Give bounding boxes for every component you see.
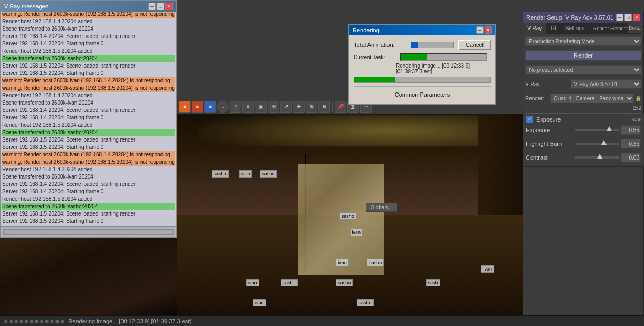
exposure-slider-thumb[interactable] [607,126,612,131]
user-label: sasho [367,259,384,266]
detail-label: Deta... [628,23,643,33]
highlight-value[interactable]: 0.35 [621,139,641,148]
message-line: warning: Render host 2600k-ivan (192.168… [2,77,175,85]
vfb-btn-4[interactable]: □ [230,101,241,113]
vfb-btn-2[interactable]: ■ [192,101,203,113]
statusbar-text: Rendering image... [00:12:33.9] [01:39:3… [68,318,191,324]
tab-gi[interactable]: GI [546,23,561,34]
user-label: sasho [212,170,229,178]
globals-button[interactable]: Globals... [366,203,397,212]
status-bar: ■ ■ ■ ■ ■ ■ ■ ■ ■ ■ ■ ■ Rendering image.… [0,315,644,326]
message-line: warning: Render host 2600k-sasho (192.16… [2,12,175,18]
highlight-slider-thumb[interactable] [601,140,607,145]
rendering-dialog-controls[interactable]: ─ ✕ [476,26,492,34]
message-line: Server 192.168.1.4.20204: Starting frame… [2,40,175,48]
viewport-thumbnail [0,227,177,315]
exposure-value[interactable]: 0.55 [621,125,641,135]
close-button[interactable]: ✕ [165,3,173,10]
setup-separator-2 [525,91,641,91]
dialog-separator [354,86,491,87]
user-label: sasho [260,170,277,178]
minimize-button[interactable]: ─ [148,3,156,10]
rendering-dialog-title[interactable]: Rendering ─ ✕ [349,25,495,35]
vray-messages-title-bar[interactable]: V-Ray messages ─ □ ✕ [1,1,176,12]
vray-setup-title-text: Render Setup: V-Ray Adv 3.57.01 [526,14,613,21]
vfb-btn-3[interactable]: ■ [204,101,216,113]
vray-setup-minimize[interactable]: ─ [616,14,623,21]
message-line: Scene transferred to 2600k-ivan:20204 [2,25,175,33]
render-button[interactable]: Render [525,50,641,61]
contrast-slider-thumb[interactable] [597,154,602,159]
total-animation-label: Total Animation: [354,42,406,48]
message-line: Scene transferred to 2600k-sasho:20204 [2,129,175,136]
vfb-btn-1[interactable]: ■ [179,101,191,113]
vfb-btn-pin[interactable]: 📌 [335,101,346,113]
contrast-slider-track[interactable] [575,156,619,159]
vfb-btn-5[interactable]: ≡ [242,101,254,113]
user-label: ivan [246,279,259,286]
vray-messages-scrollbar-bottom[interactable] [1,226,176,237]
vray-setup-title-bar[interactable]: Render Setup: V-Ray Adv 3.57.01 ─ □ ✕ [523,12,643,23]
contrast-value[interactable]: 0.00 [621,153,641,162]
message-line: warning: Render host 2600k-ivan (192.168… [2,151,175,159]
preset-dropdown[interactable]: No preset selected [525,65,641,74]
horizontal-scrollbar[interactable] [3,229,174,235]
tab-vray[interactable]: V-Ray [523,23,546,34]
message-line: Server 192.168.1.4.20204: Scene loaded; … [2,181,175,188]
exposure-slider-label: Exposure [526,127,573,133]
rendering-close[interactable]: ✕ [485,26,492,34]
highlight-slider-track[interactable] [575,143,619,145]
vray-messages-content: Server 192.168.1.2.20204: Scene loaded; … [1,12,176,226]
tab-settings[interactable]: Settings [561,23,589,34]
message-line: Render host 192.168.1.5.20204 added [2,195,175,203]
render-button-row[interactable]: Render [525,48,641,63]
vray-setup-panel: Render Setup: V-Ray Adv 3.57.01 ─ □ ✕ De… [523,12,644,323]
cancel-button[interactable]: Cancel [458,40,491,50]
vfb-btn-circle[interactable]: ○ [217,101,229,113]
vfb-btn-8[interactable]: ↗ [280,101,292,113]
vfb-btn-10[interactable]: ⊕ [306,101,317,113]
vfb-btn-11[interactable]: ≋ [318,101,330,113]
highlight-slider-row: Highlight Burn 0.35 [526,138,641,150]
maximize-button[interactable]: □ [157,3,164,10]
current-task-fill [401,54,427,60]
message-line: Server 192.168.1.5.20204: Starting frame… [2,70,175,77]
production-mode-dropdown[interactable]: Production Rendering Mode [525,36,641,46]
vray-messages-controls[interactable]: ─ □ ✕ [148,3,173,10]
camera-dropdown[interactable]: Quad 4 - Camera - Panorama [550,94,634,103]
overall-progress [354,77,491,83]
common-params-label[interactable]: Common Parameters [354,89,491,100]
current-task-label: Current Task: [354,54,396,60]
user-label: ivan [253,299,266,306]
vray-setup-controls[interactable]: ─ □ ✕ [616,14,640,21]
thumbnail-image [0,228,177,315]
exposure-checkbox[interactable]: ✓ [526,116,533,123]
vfb-btn-7[interactable]: ⊞ [268,101,279,113]
message-line: Server 192.168.1.5.20204: Scene loaded; … [2,62,175,70]
message-line: Scene transferred to 2600k-ivan:20204 [2,173,175,181]
vray-version-dropdown[interactable]: V-Ray Adv 3.57.01 [571,79,641,89]
vfb-btn-9[interactable]: ✚ [293,101,305,113]
vfb-btn-6[interactable]: ▣ [255,101,267,113]
current-task-text: Rendering image... [00:12:33.9] [01:39:3… [354,63,491,74]
vray-setup-maximize[interactable]: □ [624,14,632,21]
resolution-label: 2x2 [633,105,641,111]
rendering-minimize[interactable]: ─ [476,26,484,34]
render-light-sparkle [198,115,517,146]
rendering-dialog: Rendering ─ ✕ Total Animation: Cancel Cu… [348,24,496,105]
render-viewport[interactable]: sashoivansashosashoivanivansashoivansash… [177,114,523,315]
exposure-slider-track[interactable] [575,129,619,131]
vray-version-row: V-Ray V-Ray Adv 3.57.01 [525,79,641,89]
exposure-collapse-icon[interactable]: ≪ [631,117,637,123]
vray-setup-tabs[interactable]: V-Ray GI Settings Render Elements [523,23,643,34]
render-label: Render: [525,96,550,101]
exposure-slider-row: Exposure 0.55 [526,124,641,136]
message-line: Server 192.168.1.5.20204: Scene loaded; … [2,136,175,144]
message-line: Render host 192.168.1.4.20204 added [2,18,175,25]
render-image: sashoivansashosashoivanivansashoivansash… [177,114,523,315]
vray-setup-body: Production Rendering Mode Render No pres… [523,34,643,118]
lock-icon[interactable]: 🔒 [635,96,641,101]
vray-setup-close[interactable]: ✕ [633,14,640,21]
exposure-menu-icon[interactable]: ≡ [638,117,641,123]
camera-row: Render: Quad 4 - Camera - Panorama 🔒 [525,94,641,103]
